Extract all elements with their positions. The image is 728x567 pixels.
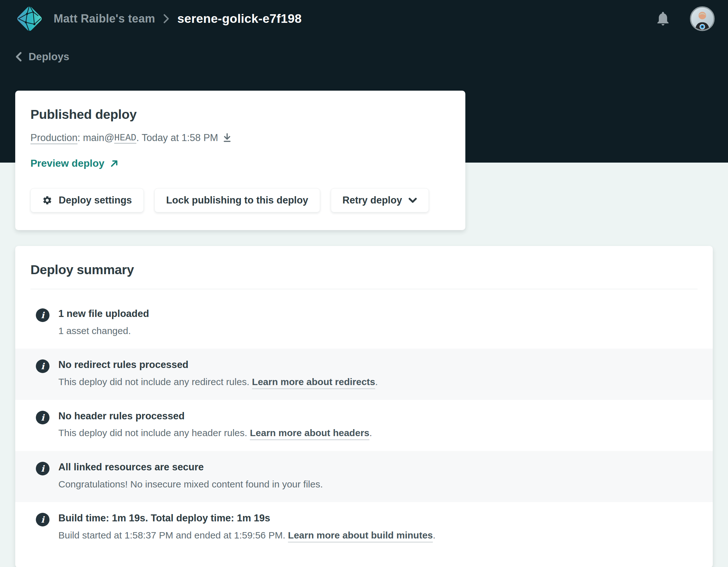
- learn-more-build-minutes-link[interactable]: Learn more about build minutes: [288, 530, 433, 540]
- deploy-summary-title: Deploy summary: [30, 263, 713, 277]
- summary-item-title: 1 new file uploaded: [58, 308, 149, 320]
- back-row: Deploys: [0, 37, 728, 63]
- summary-row-redirects: i No redirect rules processed This deplo…: [15, 349, 713, 400]
- breadcrumb-site-name: serene-golick-e7f198: [177, 12, 302, 26]
- preview-deploy-label: Preview deploy: [30, 158, 104, 169]
- info-icon: i: [36, 359, 49, 373]
- branch-text: : main@: [77, 132, 114, 144]
- summary-rows: i 1 new file uploaded 1 asset changed. i…: [15, 297, 713, 553]
- breadcrumb: Matt Raible's team serene-golick-e7f198: [54, 12, 302, 26]
- gear-icon: [42, 195, 52, 205]
- deploy-time-text: . Today at 1:58 PM: [136, 132, 218, 144]
- info-icon: i: [36, 411, 49, 424]
- lock-publishing-button[interactable]: Lock publishing to this deploy: [154, 188, 320, 212]
- summary-item-description: This deploy did not include any header r…: [58, 427, 250, 438]
- info-icon: i: [36, 462, 49, 475]
- summary-item-description: Congratulations! No insecure mixed conte…: [58, 479, 323, 489]
- info-icon: i: [36, 513, 49, 526]
- summary-row-mixed-content: i All linked resources are secure Congra…: [15, 451, 713, 502]
- user-avatar[interactable]: [690, 6, 715, 31]
- commit-ref-link[interactable]: HEAD: [114, 133, 136, 143]
- summary-item-title: No header rules processed: [58, 410, 372, 422]
- chevron-right-icon: [163, 13, 170, 24]
- deploy-settings-label: Deploy settings: [59, 195, 132, 206]
- summary-row-build-time: i Build time: 1m 19s. Total deploy time:…: [15, 502, 713, 553]
- production-context-link[interactable]: Production: [30, 132, 77, 144]
- chevron-down-icon: [408, 198, 417, 203]
- arrow-up-right-icon: [110, 160, 118, 168]
- chevron-left-icon: [15, 51, 22, 62]
- learn-more-redirects-link[interactable]: Learn more about redirects: [252, 376, 375, 387]
- summary-item-title: All linked resources are secure: [58, 461, 323, 473]
- back-link-label: Deploys: [29, 51, 69, 63]
- summary-item-description: Build started at 1:58:37 PM and ended at…: [58, 530, 288, 540]
- summary-row-files: i 1 new file uploaded 1 asset changed.: [15, 297, 713, 349]
- summary-item-description: 1 asset changed.: [58, 325, 131, 336]
- summary-item-title: Build time: 1m 19s. Total deploy time: 1…: [58, 512, 436, 525]
- bell-icon[interactable]: [655, 10, 671, 27]
- download-icon[interactable]: [222, 133, 232, 143]
- top-bar-actions: [655, 6, 715, 31]
- published-deploy-title: Published deploy: [30, 107, 450, 122]
- published-deploy-card: Published deploy Production: main@HEAD. …: [15, 91, 465, 230]
- summary-item-title: No redirect rules processed: [58, 359, 378, 371]
- summary-row-headers: i No header rules processed This deploy …: [15, 400, 713, 451]
- info-icon: i: [36, 308, 49, 322]
- breadcrumb-team-link[interactable]: Matt Raible's team: [54, 12, 155, 25]
- divider: [30, 289, 698, 289]
- deploy-settings-button[interactable]: Deploy settings: [30, 188, 144, 212]
- deploy-meta: Production: main@HEAD. Today at 1:58 PM: [30, 132, 450, 144]
- preview-deploy-link[interactable]: Preview deploy: [30, 158, 118, 169]
- retry-deploy-button[interactable]: Retry deploy: [331, 188, 429, 212]
- lock-publishing-label: Lock publishing to this deploy: [166, 195, 308, 206]
- deploy-summary-card: Deploy summary i 1 new file uploaded 1 a…: [15, 246, 713, 567]
- netlify-logo-icon[interactable]: [14, 3, 45, 34]
- retry-deploy-label: Retry deploy: [343, 195, 402, 206]
- top-bar: Matt Raible's team serene-golick-e7f198: [0, 0, 728, 37]
- back-to-deploys-link[interactable]: Deploys: [15, 51, 69, 63]
- deploy-actions: Deploy settings Lock publishing to this …: [30, 188, 450, 212]
- learn-more-headers-link[interactable]: Learn more about headers: [250, 427, 370, 438]
- summary-item-description: This deploy did not include any redirect…: [58, 376, 252, 387]
